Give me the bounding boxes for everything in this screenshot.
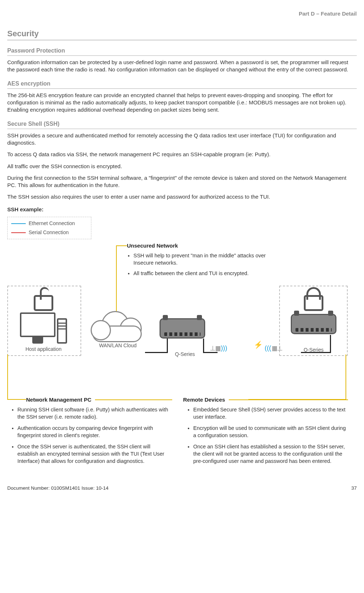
nmpc-bullet-3: Once the SSH server is authenticated, th… — [17, 443, 172, 465]
subsection-ssh-heading: Secure Shell (SSH) — [7, 120, 357, 129]
aes-body: The 256-bit AES encryption feature can p… — [7, 92, 357, 114]
ssh-p1: SSH provides a secure and authenticated … — [7, 132, 357, 147]
nmpc-title: Network Management PC — [7, 396, 91, 403]
cloud-label: WAN/LAN Cloud — [91, 342, 145, 349]
unsecured-bullet-1: SSH will help to prevent "man in the mid… — [133, 252, 272, 266]
ssh-p2: To access Q data radios via SSH, the net… — [7, 151, 357, 158]
footer-doc-number: Document Number: 0100SM1401 Issue: 10-14 — [7, 485, 108, 492]
ssh-p4: During the first connection to the SSH t… — [7, 174, 357, 189]
pc-tower-icon — [57, 318, 67, 344]
subsection-aes-heading: AES encryption — [7, 80, 357, 89]
password-body: Configuration information can be protect… — [7, 59, 357, 74]
host-label: Host application — [15, 346, 73, 353]
unsecured-bullet-2: All traffic between the client and TUI i… — [133, 270, 272, 277]
remote-devices-callout: Remote Devices Embedded Secure Shell (SS… — [183, 396, 348, 469]
nmpc-bullet-2: Authentication occurs by comparing devic… — [17, 425, 172, 439]
q-series-radio-2: Q-Series — [286, 289, 341, 353]
diagram-legend: Ethernet Connection Serial Connection — [7, 217, 91, 239]
legend-serial-label: Serial Connection — [29, 229, 69, 235]
remote-bullet-2: Encryption will be used to communicate w… — [193, 425, 348, 439]
lock-closed-icon — [303, 289, 324, 311]
footer-page-number: 37 — [351, 485, 357, 492]
ssh-p5: The SSH session also requires the user t… — [7, 193, 357, 200]
subsection-password-heading: Password Protection — [7, 47, 357, 56]
ssh-p3: All traffic over the SSH connection is e… — [7, 163, 357, 170]
page-part-header: Part D – Feature Detail — [7, 10, 357, 17]
remote-bullet-3: Once an SSH client has established a ses… — [193, 443, 348, 465]
ssh-example-label: SSH example: — [7, 206, 357, 213]
unsecured-title: Unsecured Network — [127, 242, 272, 249]
host-application-device: Host application — [15, 289, 73, 353]
ssh-diagram: Ethernet Connection Serial Connection Un… — [7, 217, 348, 456]
remote-bullet-1: Embedded Secure Shell (SSH) server provi… — [193, 406, 348, 420]
nmpc-bullet-1: Running SSH client software (i.e. Putty)… — [17, 406, 172, 420]
wireless-bolt-icon: ⚡ — [254, 340, 262, 350]
antenna-right: ((( |||||||| 丄 — [265, 344, 282, 352]
radio-icon — [291, 314, 336, 334]
monitor-icon — [20, 312, 55, 337]
page-footer: Document Number: 0100SM1401 Issue: 10-14… — [7, 485, 357, 492]
unsecured-network-callout: Unsecured Network SSH will help to preve… — [127, 242, 272, 281]
ethernet-line-icon — [11, 223, 26, 224]
lock-open-icon — [33, 289, 54, 311]
network-management-pc-callout: Network Management PC Running SSH client… — [7, 396, 172, 469]
wan-lan-cloud: WAN/LAN Cloud — [91, 311, 145, 349]
cloud-icon — [91, 311, 141, 340]
serial-line-icon — [11, 232, 26, 233]
remote-title: Remote Devices — [183, 396, 225, 403]
legend-ethernet-label: Ethernet Connection — [29, 220, 75, 226]
radio-icon — [160, 318, 205, 339]
section-security-heading: Security — [7, 28, 357, 40]
antenna-left: 丄 |||||||| ))) — [210, 344, 227, 352]
